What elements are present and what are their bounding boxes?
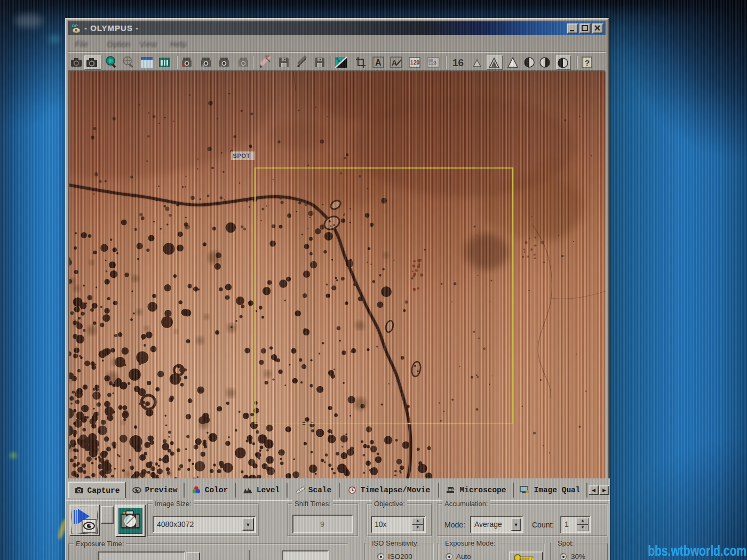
svg-text:A: A [392,59,397,67]
svg-text:A: A [375,58,382,67]
svg-text:20: 20 [414,60,420,66]
svg-text:?: ? [585,58,590,67]
svg-text:DP: DP [72,23,78,28]
svg-text:16: 16 [452,57,464,68]
